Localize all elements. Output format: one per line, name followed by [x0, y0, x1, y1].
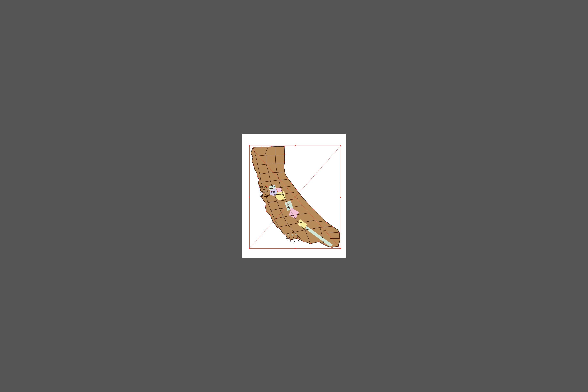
svg-rect-50 [266, 204, 267, 204]
svg-rect-73 [286, 202, 287, 203]
svg-rect-24 [296, 189, 297, 190]
svg-rect-31 [338, 230, 338, 230]
svg-rect-48 [266, 211, 267, 212]
svg-rect-32 [339, 232, 340, 233]
svg-rect-29 [326, 222, 327, 222]
svg-rect-61 [253, 165, 254, 166]
svg-point-12 [295, 234, 297, 235]
svg-point-10 [287, 234, 290, 235]
svg-rect-71 [280, 194, 280, 195]
svg-point-11 [291, 234, 294, 235]
arrow-san-mateo [264, 192, 267, 192]
svg-rect-34 [338, 246, 339, 246]
svg-rect-37 [318, 242, 319, 242]
svg-rect-69 [275, 188, 276, 188]
svg-rect-14 [253, 147, 254, 148]
svg-rect-53 [263, 193, 263, 194]
svg-rect-28 [320, 215, 320, 216]
svg-rect-36 [324, 244, 324, 245]
svg-rect-66 [269, 189, 269, 190]
svg-rect-38 [310, 243, 311, 244]
svg-rect-55 [259, 186, 260, 187]
svg-rect-35 [331, 247, 332, 248]
svg-point-13 [293, 242, 295, 244]
svg-rect-23 [291, 183, 292, 183]
svg-rect-20 [284, 166, 284, 167]
svg-rect-30 [332, 226, 333, 226]
svg-rect-52 [261, 196, 262, 197]
svg-rect-60 [255, 170, 255, 170]
svg-rect-57 [259, 180, 260, 180]
svg-rect-56 [258, 183, 258, 183]
svg-rect-67 [271, 191, 272, 192]
svg-rect-16 [271, 146, 272, 147]
svg-rect-42 [285, 234, 286, 235]
svg-rect-46 [274, 223, 274, 223]
svg-rect-21 [285, 174, 285, 174]
artboard[interactable]: SAN FRANCISCO SAN MATEO SANTA CRUZ CONTR… [242, 134, 346, 258]
svg-rect-64 [250, 152, 251, 153]
svg-rect-40 [297, 238, 298, 239]
svg-rect-45 [277, 227, 277, 228]
svg-rect-51 [264, 201, 264, 201]
svg-rect-18 [284, 154, 285, 154]
svg-rect-59 [257, 172, 257, 173]
svg-rect-17 [284, 146, 285, 147]
svg-rect-47 [270, 215, 271, 216]
svg-rect-62 [252, 161, 252, 161]
svg-rect-39 [303, 242, 304, 242]
svg-rect-15 [261, 146, 262, 147]
svg-rect-54 [260, 190, 261, 191]
svg-rect-58 [257, 176, 258, 177]
svg-rect-27 [313, 209, 314, 210]
svg-rect-19 [284, 162, 285, 162]
svg-rect-25 [301, 196, 302, 196]
svg-rect-49 [265, 206, 266, 207]
svg-rect-72 [283, 198, 283, 199]
svg-rect-26 [307, 202, 307, 203]
svg-rect-22 [287, 178, 288, 178]
svg-rect-44 [280, 228, 280, 229]
svg-rect-68 [273, 185, 273, 185]
canvas-stage: SAN FRANCISCO SAN MATEO SANTA CRUZ CONTR… [0, 0, 588, 392]
svg-rect-41 [290, 240, 291, 240]
svg-rect-43 [283, 233, 283, 234]
california-map[interactable] [242, 134, 346, 258]
svg-rect-70 [277, 191, 278, 192]
arrow-san-francisco [264, 187, 267, 188]
svg-rect-33 [340, 240, 340, 240]
svg-rect-63 [253, 157, 253, 157]
